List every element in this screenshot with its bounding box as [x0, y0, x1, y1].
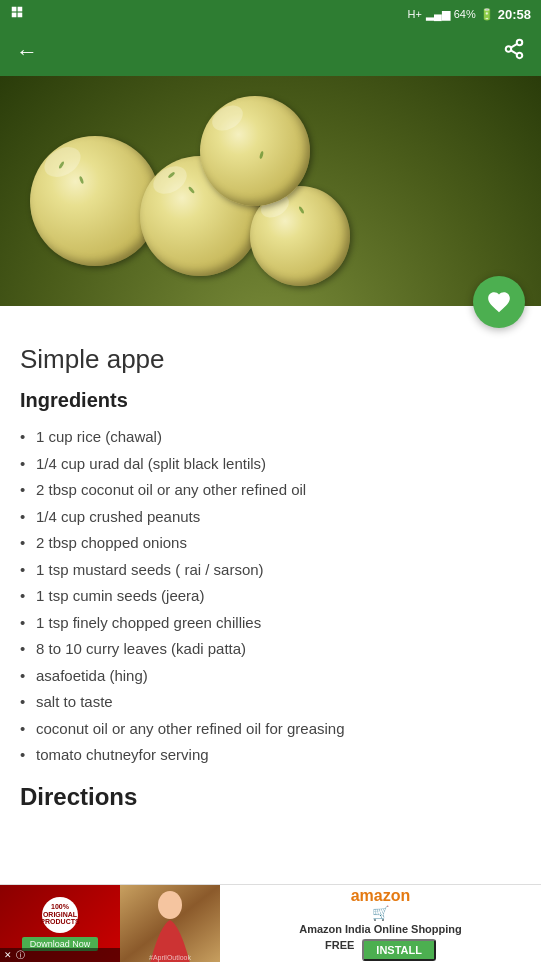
- ingredient-item: 1/4 cup crushed peanuts: [20, 504, 521, 531]
- model-silhouette: #AprilOutlook: [120, 885, 220, 963]
- bharosa-logo: 100% ORIGINAL PRODUCTS: [42, 897, 78, 933]
- ad-close-button[interactable]: ✕: [4, 950, 12, 960]
- ad-middle-image: #AprilOutlook: [120, 885, 220, 963]
- heart-icon: [486, 289, 512, 315]
- svg-line-7: [511, 50, 517, 54]
- ad-bharosa-content: 100% ORIGINAL PRODUCTS Download Now: [22, 897, 99, 951]
- ingredient-item: 1 tsp cumin seeds (jeera): [20, 583, 521, 610]
- ingredients-heading: Ingredients: [20, 389, 521, 412]
- ingredient-item: 1 tsp finely chopped green chillies: [20, 610, 521, 637]
- bharosa-logo-text: 100% ORIGINAL PRODUCTS: [40, 903, 79, 926]
- status-icons: H+ ▂▄▆ 64% 🔋 20:58: [408, 7, 531, 22]
- ad-description: Amazon India Online Shopping: [299, 923, 462, 935]
- ingredient-item: 1/4 cup urad dal (split black lentils): [20, 451, 521, 478]
- back-button[interactable]: ←: [16, 39, 38, 65]
- share-button[interactable]: [503, 38, 525, 66]
- appe-ball-1: [30, 136, 160, 266]
- svg-rect-0: [12, 7, 17, 12]
- recipe-title: Simple appe: [20, 344, 521, 375]
- amazon-logo: amazon 🛒: [351, 887, 411, 921]
- ad-free-label: FREE: [325, 939, 354, 961]
- ad-action-buttons: FREE INSTALL: [325, 939, 436, 961]
- food-background: [0, 76, 541, 306]
- recipe-image-wrapper: [0, 76, 541, 306]
- ingredient-item: 2 tbsp chopped onions: [20, 530, 521, 557]
- svg-rect-2: [12, 13, 17, 18]
- signal-type: H+: [408, 8, 422, 20]
- ingredient-item: salt to taste: [20, 689, 521, 716]
- svg-point-10: [158, 891, 182, 919]
- ingredient-item: 1 tsp mustard seeds ( rai / sarson): [20, 557, 521, 584]
- ingredient-item: coconut oil or any other refined oil for…: [20, 716, 521, 743]
- battery-level: 64%: [454, 8, 476, 20]
- status-bar: H+ ▂▄▆ 64% 🔋 20:58: [0, 0, 541, 28]
- signal-bars: ▂▄▆: [426, 8, 450, 21]
- recipe-image: [0, 76, 541, 306]
- status-notification-icon: [10, 5, 24, 23]
- ingredient-item: tomato chutneyfor serving: [20, 742, 521, 769]
- ad-bharosa: 100% ORIGINAL PRODUCTS Download Now ✕ ⓘ: [0, 885, 120, 963]
- ad-amazon-section: amazon 🛒 Amazon India Online Shopping FR…: [220, 885, 541, 963]
- amazon-cart-icon: 🛒: [372, 905, 389, 921]
- ingredients-list: 1 cup rice (chawal)1/4 cup urad dal (spl…: [20, 424, 521, 769]
- appe-ball-4: [200, 96, 310, 206]
- clock: 20:58: [498, 7, 531, 22]
- ingredient-item: 2 tbsp coconut oil or any other refined …: [20, 477, 521, 504]
- battery-icon: 🔋: [480, 8, 494, 21]
- ad-banner: 100% ORIGINAL PRODUCTS Download Now ✕ ⓘ: [0, 884, 541, 962]
- directions-heading: Directions: [20, 783, 521, 811]
- ingredient-item: asafoetida (hing): [20, 663, 521, 690]
- ingredient-item: 1 cup rice (chawal): [20, 424, 521, 451]
- favorite-button[interactable]: [473, 276, 525, 328]
- ad-install-button[interactable]: INSTALL: [362, 939, 436, 961]
- svg-rect-3: [18, 13, 23, 18]
- ad-close-bar: ✕ ⓘ: [0, 948, 120, 963]
- amazon-text: amazon: [351, 887, 411, 905]
- svg-line-8: [511, 44, 517, 48]
- header: ←: [0, 28, 541, 76]
- svg-text:#AprilOutlook: #AprilOutlook: [149, 954, 192, 962]
- svg-rect-1: [18, 7, 23, 12]
- ingredient-item: 8 to 10 curry leaves (kadi patta): [20, 636, 521, 663]
- recipe-content: Simple appe Ingredients 1 cup rice (chaw…: [0, 330, 541, 831]
- ad-model-image: #AprilOutlook: [120, 885, 220, 963]
- ad-info-button[interactable]: ⓘ: [16, 949, 25, 962]
